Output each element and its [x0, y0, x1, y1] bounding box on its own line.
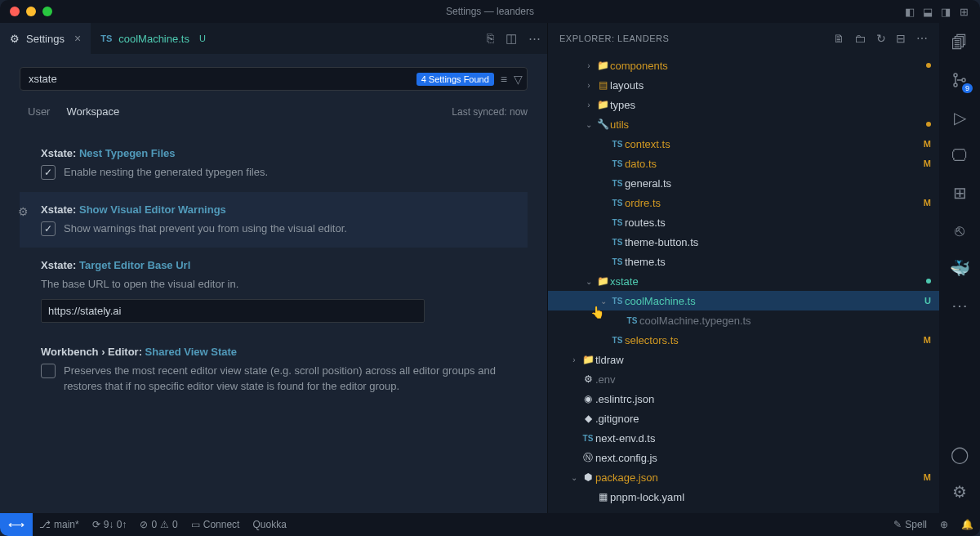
- tree-item-theme-button.ts[interactable]: TStheme-button.ts: [548, 232, 939, 252]
- setting-input[interactable]: [41, 299, 425, 323]
- git-badge: M: [924, 159, 931, 168]
- collapse-icon[interactable]: ⊟: [896, 32, 906, 45]
- file-name: theme-button.ts: [625, 236, 931, 248]
- ts-icon: TS: [100, 34, 112, 43]
- filter-icon[interactable]: ▽: [514, 73, 523, 86]
- panel-bottom-icon[interactable]: ⬓: [921, 6, 934, 18]
- file-icon: TS: [610, 159, 625, 168]
- git-graph-icon[interactable]: ⎋: [948, 219, 971, 242]
- tree-item-pnpm-lock.yaml[interactable]: ▦pnpm-lock.yaml: [548, 487, 939, 507]
- feedback-icon[interactable]: ⊕: [933, 519, 955, 530]
- new-file-icon[interactable]: 🗎: [833, 32, 845, 45]
- svg-point-1: [954, 83, 957, 87]
- file-icon: TS: [610, 179, 625, 188]
- tree-item-theme.ts[interactable]: TStheme.ts: [548, 252, 939, 271]
- file-name: routes.ts: [625, 217, 931, 229]
- tree-item-coolMachine.typegen.ts[interactable]: TScoolMachine.typegen.ts: [548, 310, 939, 330]
- problems-indicator[interactable]: ⊘ 0 ⚠ 0: [133, 519, 184, 530]
- scope-workspace[interactable]: Workspace: [58, 102, 127, 121]
- settings-gear-icon[interactable]: ⚙: [948, 480, 971, 503]
- clear-search-icon[interactable]: ≡: [501, 73, 507, 86]
- svg-point-0: [954, 74, 957, 77]
- run-icon[interactable]: ▷: [948, 106, 971, 129]
- explorer-icon[interactable]: 🗐: [948, 31, 971, 54]
- connect-indicator[interactable]: ▭ Connect: [185, 519, 247, 530]
- scope-user[interactable]: User: [20, 102, 58, 121]
- gear-icon[interactable]: ⚙: [18, 205, 29, 218]
- extensions-icon[interactable]: ⊞: [948, 181, 971, 204]
- branch-indicator[interactable]: ⎇ main*: [33, 519, 86, 530]
- overflow-icon[interactable]: ⋯: [948, 294, 971, 317]
- file-name: types: [610, 99, 931, 111]
- close-window[interactable]: [10, 7, 20, 16]
- setting-1: ⚙Xstate: Show Visual Editor WarningsShow…: [20, 192, 528, 248]
- file-name: selectors.ts: [625, 334, 924, 346]
- panel-right-icon[interactable]: ◨: [939, 6, 952, 18]
- tree-item-types[interactable]: ›📁types: [548, 95, 939, 114]
- tree-item-selectors.ts[interactable]: TSselectors.tsM: [548, 330, 939, 350]
- tab-settings[interactable]: ⚙ Settings ×: [0, 23, 91, 54]
- sync-status: Last synced: now: [452, 106, 528, 118]
- more-icon[interactable]: ⋯: [528, 31, 541, 46]
- file-icon: ▤: [595, 79, 610, 91]
- layout-icon[interactable]: ⊞: [957, 6, 970, 18]
- svg-point-2: [962, 78, 965, 82]
- spell-indicator[interactable]: ✎ Spell: [887, 519, 933, 530]
- minimize-window[interactable]: [26, 7, 36, 16]
- tree-item-xstate[interactable]: ⌄📁xstate: [548, 271, 939, 291]
- file-icon: 📁: [595, 275, 610, 287]
- setting-checkbox[interactable]: [41, 221, 56, 236]
- file-tree[interactable]: ›📁components›▤layouts›📁types⌄🔧utilsTScon…: [548, 54, 939, 513]
- tree-item-ordre.ts[interactable]: TSordre.tsM: [548, 193, 939, 212]
- tree-item-routes.ts[interactable]: TSroutes.ts: [548, 212, 939, 232]
- status-dot: [926, 122, 931, 127]
- settings-editor: 4 Settings Found ≡ ▽ User Workspace Last…: [0, 54, 547, 513]
- file-name: .env: [595, 373, 931, 386]
- tree-item-dato.ts[interactable]: TSdato.tsM: [548, 154, 939, 173]
- scm-badge: 9: [962, 83, 973, 93]
- panel-left-icon[interactable]: ◧: [903, 6, 916, 18]
- status-dot: [926, 279, 931, 284]
- git-badge: M: [924, 472, 931, 482]
- tree-item-next.config.js[interactable]: Ⓝnext.config.js: [548, 448, 939, 467]
- file-icon: ⚙: [581, 373, 595, 385]
- scm-icon[interactable]: 9: [948, 69, 971, 92]
- setting-checkbox[interactable]: [41, 364, 56, 378]
- split-editor-icon[interactable]: ◫: [506, 31, 517, 46]
- docker-icon[interactable]: 🐳: [948, 257, 971, 279]
- tree-item-next-env.d.ts[interactable]: TSnext-env.d.ts: [548, 428, 939, 448]
- tree-item-components[interactable]: ›📁components: [548, 56, 939, 75]
- tree-item-layouts[interactable]: ›▤layouts: [548, 75, 939, 95]
- tree-item-utils[interactable]: ⌄🔧utils: [548, 114, 939, 134]
- quokka-indicator[interactable]: Quokka: [246, 519, 292, 530]
- remote-indicator[interactable]: ⟷: [0, 513, 33, 536]
- diff-icon[interactable]: ⎘: [487, 31, 494, 46]
- settings-icon: ⚙: [10, 33, 20, 45]
- bell-icon[interactable]: 🔔: [955, 519, 980, 530]
- tree-item-package.json[interactable]: ⌄⬢package.jsonM: [548, 467, 939, 487]
- tab-label: coolMachine.ts: [118, 33, 189, 45]
- refresh-icon[interactable]: ↻: [876, 32, 887, 45]
- tree-item-.env[interactable]: ⚙.env: [548, 369, 939, 389]
- file-name: components: [610, 60, 926, 72]
- account-icon[interactable]: ◯: [948, 443, 971, 466]
- sync-indicator[interactable]: ⟳ 9↓ 0↑: [86, 519, 134, 530]
- remote-icon[interactable]: 🖵: [948, 144, 971, 167]
- more-icon[interactable]: ⋯: [916, 32, 929, 45]
- statusbar: ⟷ ⎇ main* ⟳ 9↓ 0↑ ⊘ 0 ⚠ 0 ▭ Connect Quok…: [0, 513, 980, 536]
- tree-item-general.ts[interactable]: TSgeneral.ts: [548, 173, 939, 193]
- tree-item-tldraw[interactable]: ›📁tldraw: [548, 350, 939, 369]
- tree-item-.gitignore[interactable]: ◆.gitignore: [548, 409, 939, 428]
- setting-checkbox[interactable]: [41, 165, 56, 180]
- tab-coolmachine[interactable]: TS coolMachine.ts U: [91, 23, 216, 54]
- file-name: dato.ts: [625, 158, 924, 170]
- tree-item-.eslintrc.json[interactable]: ◉.eslintrc.json: [548, 389, 939, 409]
- maximize-window[interactable]: [42, 7, 52, 16]
- close-icon[interactable]: ×: [74, 32, 81, 45]
- git-badge: M: [924, 335, 931, 345]
- tree-item-context.ts[interactable]: TScontext.tsM: [548, 134, 939, 154]
- tree-item-coolMachine.ts[interactable]: ⌄TScoolMachine.tsU👆: [548, 291, 939, 310]
- new-folder-icon[interactable]: 🗀: [854, 32, 866, 45]
- setting-title: Xstate: Show Visual Editor Warnings: [41, 203, 506, 216]
- file-icon: TS: [610, 199, 625, 208]
